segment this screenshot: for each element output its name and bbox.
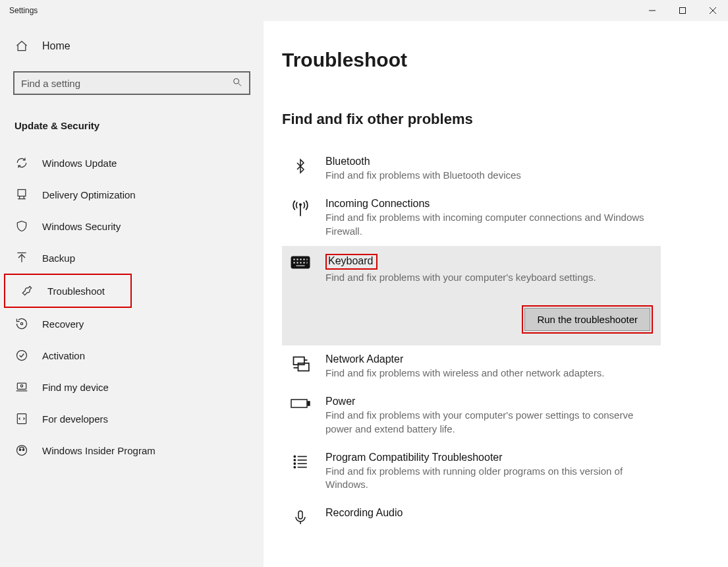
svg-rect-29 bbox=[303, 262, 305, 264]
home-icon bbox=[14, 40, 29, 53]
svg-rect-28 bbox=[300, 262, 302, 264]
troubleshoot-item-title: Program Compatibility Troubleshooter bbox=[325, 452, 653, 463]
svg-rect-24 bbox=[303, 258, 305, 260]
troubleshoot-item-title: Incoming Connections bbox=[325, 198, 653, 210]
svg-rect-27 bbox=[296, 262, 298, 264]
troubleshoot-item-desc: Find and fix problems with your computer… bbox=[325, 409, 653, 436]
sidebar-item-activation[interactable]: Activation bbox=[0, 340, 264, 371]
svg-point-9 bbox=[20, 322, 22, 324]
battery-icon bbox=[290, 396, 311, 410]
recovery-icon bbox=[14, 317, 29, 330]
minimize-button[interactable] bbox=[637, 0, 667, 21]
svg-rect-46 bbox=[298, 511, 302, 519]
microphone-icon bbox=[290, 507, 311, 527]
backup-icon bbox=[14, 251, 29, 264]
sidebar-item-delivery-optimization[interactable]: Delivery Optimization bbox=[0, 179, 264, 210]
sidebar-home-label: Home bbox=[42, 40, 70, 52]
sidebar-home[interactable]: Home bbox=[0, 33, 264, 59]
sidebar-item-label: Activation bbox=[42, 350, 85, 361]
svg-point-42 bbox=[294, 456, 295, 457]
troubleshoot-item-desc: Find and fix problems with your computer… bbox=[325, 271, 653, 284]
svg-point-45 bbox=[294, 466, 295, 467]
troubleshoot-item-program-compatibility[interactable]: Program Compatibility Troubleshooter Fin… bbox=[282, 444, 661, 500]
troubleshoot-item-title: Network Adapter bbox=[325, 353, 653, 365]
sidebar-group-label: Update & Security bbox=[0, 100, 264, 139]
svg-rect-23 bbox=[300, 258, 302, 260]
sidebar-item-label: Backup bbox=[42, 253, 75, 264]
troubleshoot-item-bluetooth[interactable]: Bluetooth Find and fix problems with Blu… bbox=[282, 148, 661, 190]
maximize-button[interactable] bbox=[667, 0, 698, 21]
svg-point-19 bbox=[300, 204, 301, 205]
troubleshoot-item-power[interactable]: Power Find and fix problems with your co… bbox=[282, 388, 661, 444]
troubleshoot-item-incoming-connections[interactable]: Incoming Connections Find and fix proble… bbox=[282, 190, 661, 246]
sidebar: Home Update & Security Windows Update bbox=[0, 21, 264, 567]
content-area: Troubleshoot Find and fix other problems… bbox=[264, 21, 728, 567]
sidebar-item-label: Delivery Optimization bbox=[42, 189, 136, 200]
window-title: Settings bbox=[9, 6, 38, 15]
svg-point-4 bbox=[234, 78, 239, 84]
sidebar-item-windows-security[interactable]: Windows Security bbox=[0, 210, 264, 242]
delivery-icon bbox=[14, 188, 29, 201]
sidebar-item-windows-insider[interactable]: Windows Insider Program bbox=[0, 434, 264, 466]
keyboard-icon bbox=[290, 254, 311, 270]
wrench-icon bbox=[20, 284, 34, 297]
troubleshoot-item-title: Keyboard bbox=[325, 254, 378, 270]
check-circle-icon bbox=[14, 349, 29, 362]
sidebar-item-label: Find my device bbox=[42, 382, 109, 393]
insider-icon bbox=[14, 444, 29, 457]
sidebar-item-label: Windows Update bbox=[42, 158, 117, 169]
sidebar-item-windows-update[interactable]: Windows Update bbox=[0, 147, 264, 179]
troubleshoot-item-keyboard[interactable]: Keyboard Find and fix problems with your… bbox=[282, 246, 661, 345]
svg-rect-36 bbox=[291, 400, 307, 407]
svg-point-16 bbox=[19, 449, 21, 451]
svg-rect-22 bbox=[296, 258, 298, 260]
troubleshoot-item-desc: Find and fix problems with running older… bbox=[325, 465, 653, 492]
svg-rect-31 bbox=[296, 265, 305, 266]
svg-rect-30 bbox=[306, 262, 308, 264]
svg-rect-26 bbox=[293, 262, 295, 264]
sidebar-item-recovery[interactable]: Recovery bbox=[0, 308, 264, 340]
sidebar-item-backup[interactable]: Backup bbox=[0, 242, 264, 274]
svg-point-17 bbox=[22, 449, 24, 451]
refresh-icon bbox=[14, 156, 29, 169]
developer-icon bbox=[14, 412, 29, 425]
svg-rect-37 bbox=[308, 402, 310, 405]
svg-rect-25 bbox=[306, 258, 308, 260]
titlebar: Settings bbox=[0, 0, 728, 21]
troubleshoot-item-title: Recording Audio bbox=[325, 507, 653, 519]
list-icon bbox=[290, 452, 311, 470]
svg-line-5 bbox=[238, 84, 241, 86]
svg-rect-1 bbox=[680, 8, 686, 14]
sidebar-item-troubleshoot[interactable]: Troubleshoot bbox=[4, 274, 132, 308]
sidebar-item-label: Troubleshoot bbox=[47, 285, 105, 297]
svg-rect-6 bbox=[18, 190, 26, 196]
troubleshoot-item-desc: Find and fix problems with incoming comp… bbox=[325, 211, 653, 238]
troubleshoot-item-title: Bluetooth bbox=[325, 156, 653, 167]
shield-icon bbox=[14, 220, 29, 233]
search-icon bbox=[232, 77, 242, 90]
sidebar-item-label: Windows Security bbox=[42, 221, 121, 232]
run-troubleshooter-button[interactable]: Run the troubleshooter bbox=[524, 308, 650, 331]
page-title: Troubleshoot bbox=[282, 49, 708, 71]
troubleshoot-item-recording-audio[interactable]: Recording Audio bbox=[282, 499, 661, 535]
troubleshoot-item-desc: Find and fix problems with wireless and … bbox=[325, 367, 653, 380]
svg-point-44 bbox=[294, 463, 295, 464]
sidebar-item-find-my-device[interactable]: Find my device bbox=[0, 371, 264, 403]
sidebar-item-label: Windows Insider Program bbox=[42, 445, 155, 456]
bluetooth-icon bbox=[290, 156, 311, 175]
search-box[interactable] bbox=[13, 71, 250, 95]
troubleshooter-list: Bluetooth Find and fix problems with Blu… bbox=[282, 148, 661, 535]
close-button[interactable] bbox=[698, 0, 728, 21]
sidebar-item-label: Recovery bbox=[42, 318, 84, 330]
troubleshoot-item-desc: Find and fix problems with Bluetooth dev… bbox=[325, 169, 653, 182]
search-input[interactable] bbox=[14, 73, 249, 94]
network-adapter-icon bbox=[290, 353, 311, 373]
troubleshoot-item-network-adapter[interactable]: Network Adapter Find and fix problems wi… bbox=[282, 345, 661, 388]
window-controls bbox=[637, 0, 728, 21]
svg-point-43 bbox=[294, 460, 295, 461]
section-title: Find and fix other problems bbox=[282, 111, 708, 128]
svg-rect-21 bbox=[293, 258, 295, 260]
sidebar-item-for-developers[interactable]: For developers bbox=[0, 403, 264, 434]
troubleshoot-item-title: Power bbox=[325, 396, 653, 407]
svg-point-13 bbox=[20, 385, 22, 387]
